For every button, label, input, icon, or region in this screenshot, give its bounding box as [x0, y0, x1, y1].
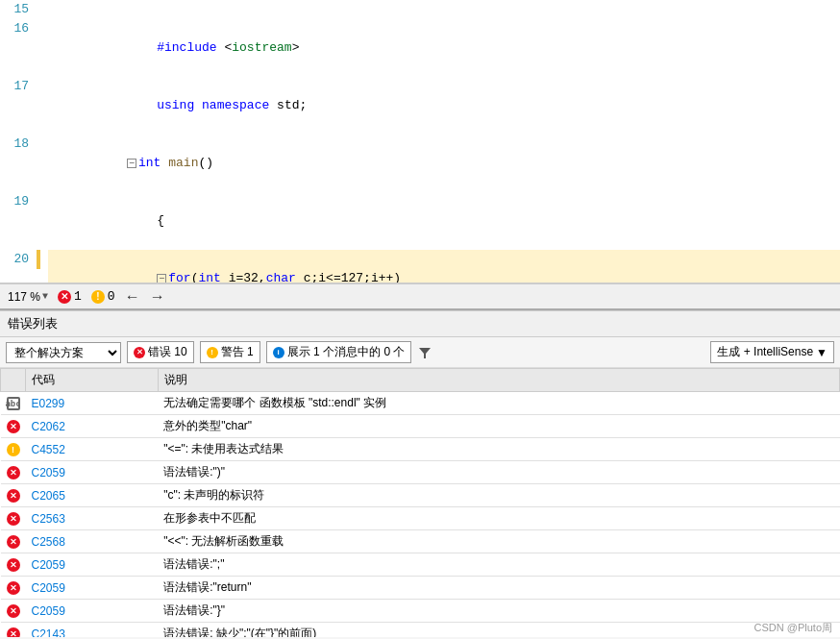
gutter-cell [37, 19, 48, 77]
collapse-button[interactable]: − [157, 274, 166, 283]
warning-count: 0 [108, 289, 115, 304]
table-row[interactable]: ✕C2568"<<": 无法解析函数重载 [1, 530, 840, 553]
error-desc-cell: 语法错误:"return" [158, 577, 839, 600]
code-line: #include <iostream> [48, 19, 840, 77]
error-code-cell: C2065 [26, 484, 159, 507]
editor-area: 15 16 #include <iostream> 17 using names… [0, 0, 840, 283]
error-btn-label: 错误 10 [148, 344, 187, 360]
gutter-cell [37, 77, 48, 135]
line-number: 19 [0, 192, 37, 250]
error-toolbar: 整个解决方案 ✕ 错误 10 ! 警告 1 i 展示 1 个消息中的 0 个 生… [0, 337, 840, 368]
error-code-cell: E0299 [26, 392, 159, 415]
info-filter-button[interactable]: i 展示 1 个消息中的 0 个 [266, 341, 412, 363]
table-row[interactable]: !C4552"<=": 未使用表达式结果 [1, 438, 840, 461]
table-row[interactable]: ✕C2062意外的类型"char" [1, 415, 840, 438]
warning-filter-button[interactable]: ! 警告 1 [200, 341, 260, 363]
warning-filter-icon: ! [207, 347, 218, 358]
code-line: { [48, 192, 840, 250]
filter-icon[interactable] [417, 345, 432, 360]
row-error-icon: ✕ [7, 420, 20, 433]
zoom-control[interactable]: 117 % ▼ [8, 290, 48, 304]
table-row: 15 [0, 0, 840, 19]
ns-name: std [277, 98, 299, 112]
error-table: 代码 说明 abcE0299无法确定需要哪个 函数模板 "std::endl" … [0, 368, 840, 637]
table-row[interactable]: ✕C2563在形参表中不匹配 [1, 507, 840, 530]
error-panel-title: 错误列表 [0, 311, 840, 337]
error-code-cell: C2059 [26, 600, 159, 623]
error-panel: 错误列表 整个解决方案 ✕ 错误 10 ! 警告 1 i 展示 1 个消息中的 … [0, 310, 840, 639]
solution-select[interactable]: 整个解决方案 [6, 342, 121, 363]
table-row[interactable]: ✕C2059语法错误:")" [1, 461, 840, 484]
row-icon-cell: ✕ [1, 600, 26, 623]
row-icon-cell: ✕ [1, 623, 26, 638]
row-error-icon: ✕ [7, 604, 20, 618]
table-row[interactable]: ✕C2065"c": 未声明的标识符 [1, 484, 840, 507]
row-info-icon: abc [7, 397, 20, 410]
zoom-text: 117 % [8, 290, 40, 304]
line-number: 16 [0, 19, 37, 77]
error-code-cell: C2059 [26, 577, 159, 600]
keyword: int [138, 156, 161, 170]
code-line: using namespace std; [48, 77, 840, 135]
error-code-cell: C2059 [26, 553, 159, 577]
intellisense-button[interactable]: 生成 + IntelliSense ▼ [710, 341, 834, 363]
keyword: using [157, 98, 194, 112]
table-row[interactable]: abcE0299无法确定需要哪个 函数模板 "std::endl" 实例 [1, 392, 840, 415]
gutter-cell [37, 0, 48, 19]
table-row: 16 #include <iostream> [0, 19, 840, 77]
row-error-icon: ✕ [7, 512, 20, 526]
error-desc-cell: 语法错误: 缺少";"(在"}"的前面) [158, 623, 839, 638]
table-row: 20 −for(int i=32,char c;i<=127;i++) [0, 250, 840, 283]
error-code-cell: C2568 [26, 530, 159, 553]
row-error-icon: ✕ [7, 489, 20, 503]
row-icon-cell: ✕ [1, 530, 26, 553]
row-icon-cell: ✕ [1, 577, 26, 600]
warning-badge: ! 0 [91, 289, 115, 304]
table-row: 19 { [0, 192, 840, 250]
row-warning-icon: ! [7, 443, 20, 456]
col-icon-header [1, 369, 26, 392]
code-line: −int main() [48, 135, 840, 192]
error-badge: ✕ 1 [58, 289, 82, 304]
table-row[interactable]: ✕C2059语法错误:"}" [1, 600, 840, 623]
table-row: 17 using namespace std; [0, 77, 840, 135]
error-desc-cell: "c": 未声明的标识符 [158, 484, 839, 507]
gutter-cell [37, 250, 48, 283]
col-code-header: 代码 [26, 369, 159, 392]
error-desc-cell: "<<": 无法解析函数重载 [158, 530, 839, 553]
table-row: 18 −int main() [0, 135, 840, 192]
table-row[interactable]: ✕C2059语法错误:"return" [1, 577, 840, 600]
error-desc-cell: "<=": 未使用表达式结果 [158, 438, 839, 461]
intellisense-dropdown-arrow[interactable]: ▼ [816, 346, 828, 359]
func-name: main [168, 156, 198, 170]
code-line: −for(int i=32,char c;i<=127;i++) [48, 250, 840, 283]
keyword: #include [157, 40, 216, 55]
keyword: namespace [202, 98, 269, 112]
svg-marker-0 [419, 348, 431, 358]
zoom-dropdown-arrow[interactable]: ▼ [42, 291, 48, 302]
nav-right-arrow[interactable]: → [150, 288, 165, 306]
col-desc-header: 说明 [158, 369, 839, 392]
code-table: 15 16 #include <iostream> 17 using names… [0, 0, 840, 283]
error-desc-cell: 语法错误:";" [158, 553, 839, 577]
row-icon-cell: ✕ [1, 484, 26, 507]
table-row[interactable]: ✕C2143语法错误: 缺少";"(在"}"的前面) [1, 623, 840, 638]
error-filter-button[interactable]: ✕ 错误 10 [127, 341, 194, 363]
error-table-container[interactable]: 代码 说明 abcE0299无法确定需要哪个 函数模板 "std::endl" … [0, 368, 840, 637]
collapse-button[interactable]: − [127, 159, 136, 168]
error-desc-cell: 在形参表中不匹配 [158, 507, 839, 530]
error-code-cell: C2062 [26, 415, 159, 438]
error-count: 1 [74, 289, 82, 304]
row-icon-cell: abc [1, 392, 26, 415]
nav-left-arrow[interactable]: ← [125, 288, 140, 306]
row-icon-cell: ! [1, 438, 26, 461]
info-btn-label: 展示 1 个消息中的 0 个 [287, 344, 406, 360]
table-row[interactable]: ✕C2059语法错误:";" [1, 553, 840, 577]
intellisense-label: 生成 + IntelliSense [717, 344, 813, 360]
warning-status-icon: ! [91, 290, 105, 304]
error-code-cell: C2143 [26, 623, 159, 638]
row-error-icon: ✕ [7, 558, 20, 572]
line-number: 15 [0, 0, 37, 19]
line-number: 20 [0, 250, 37, 283]
error-filter-icon: ✕ [134, 347, 145, 358]
